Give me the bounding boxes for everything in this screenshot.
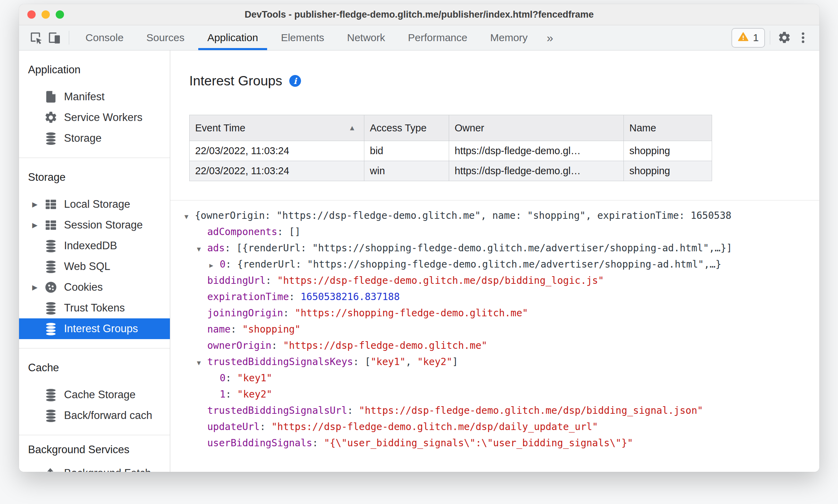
- table-row[interactable]: 22/03/2022, 11:03:24winhttps://dsp-fledg…: [190, 161, 712, 181]
- tree-expand-icon[interactable]: ▼: [197, 241, 207, 257]
- column-header-access-type[interactable]: Access Type: [364, 115, 449, 141]
- database-icon: [44, 322, 58, 336]
- tree-segment-plain: : []: [277, 226, 300, 237]
- info-icon[interactable]: i: [289, 75, 301, 87]
- warning-badge[interactable]: 1: [731, 28, 765, 48]
- sidebar-item-label: Storage: [64, 132, 102, 144]
- sort-ascending-icon: ▲: [348, 124, 356, 132]
- devtools-content: ApplicationManifestService WorkersStorag…: [19, 50, 819, 472]
- tree-row[interactable]: ▼ads: [{renderUrl: "https://shopping-fle…: [184, 240, 819, 256]
- sidebar-item-manifest[interactable]: Manifest: [19, 86, 170, 107]
- devtools-toolbar: ConsoleSourcesApplicationElementsNetwork…: [19, 25, 819, 50]
- tree-expand-icon[interactable]: ▼: [184, 208, 195, 225]
- manifest-file-icon: [44, 90, 58, 104]
- column-header-label: Access Type: [370, 122, 427, 133]
- close-button[interactable]: [27, 10, 36, 19]
- tree-row[interactable]: ownerOrigin: "https://dsp-fledge-demo.gl…: [184, 337, 819, 354]
- tree-segment-plain: :: [226, 372, 237, 384]
- table-cell: shopping: [624, 161, 712, 181]
- table-row[interactable]: 22/03/2022, 11:03:24bidhttps://dsp-fledg…: [190, 141, 712, 161]
- warning-count: 1: [753, 32, 759, 44]
- sidebar-section-background-services: Background ServicesBackground Fetch: [19, 435, 170, 472]
- tree-row[interactable]: ▶0: {renderUrl: "https://shopping-fledge…: [184, 256, 819, 272]
- tab-network[interactable]: Network: [336, 25, 397, 50]
- tab-label: Console: [85, 32, 124, 44]
- expand-arrow-icon[interactable]: ▶: [32, 283, 37, 291]
- tree-row[interactable]: joiningOrigin: "https://shopping-fledge-…: [184, 305, 819, 321]
- tree-row[interactable]: ▼trustedBiddingSignalsKeys: ["key1", "ke…: [184, 354, 819, 370]
- sidebar-item-local-storage[interactable]: ▶Local Storage: [19, 194, 170, 215]
- toolbar-separator: [69, 31, 69, 45]
- tree-segment-key: trustedBiddingSignalsUrl: [207, 405, 347, 416]
- tree-expand-icon[interactable]: ▼: [197, 355, 207, 371]
- sidebar-item-indexeddb[interactable]: IndexedDB: [19, 235, 170, 256]
- sidebar-item-label: Cache Storage: [64, 389, 136, 401]
- sidebar-item-background-fetch[interactable]: Background Fetch: [19, 463, 170, 472]
- tree-segment-str: "key2": [417, 356, 452, 367]
- more-tabs-button[interactable]: »: [539, 31, 561, 45]
- sidebar-item-session-storage[interactable]: ▶Session Storage: [19, 215, 170, 235]
- column-header-name[interactable]: Name: [624, 115, 712, 141]
- sidebar-item-storage[interactable]: Storage: [19, 128, 170, 149]
- database-icon: [44, 260, 58, 273]
- tab-label: Memory: [490, 32, 528, 44]
- tree-row[interactable]: expirationTime: 1650538216.837188: [184, 289, 819, 305]
- sidebar-item-cookies[interactable]: ▶Cookies: [19, 277, 170, 298]
- expand-arrow-icon[interactable]: ▶: [32, 221, 37, 229]
- tab-label: Elements: [281, 32, 324, 44]
- tree-segment-plain: :: [266, 275, 277, 286]
- tree-segment-key: expirationTime: [207, 291, 289, 302]
- tree-segment-plain: : [: [353, 356, 371, 367]
- sidebar-item-service-workers[interactable]: Service Workers: [19, 107, 170, 128]
- tree-row[interactable]: biddingUrl: "https://dsp-fledge-demo.gli…: [184, 272, 819, 289]
- sidebar-section-application: ApplicationManifestService WorkersStorag…: [19, 50, 170, 158]
- tree-row[interactable]: trustedBiddingSignalsUrl: "https://dsp-f…: [184, 402, 819, 419]
- tree-segment-plain: {ownerOrigin: "https://dsp-fledge-demo.g…: [195, 210, 731, 221]
- sidebar-item-cache-storage[interactable]: Cache Storage: [19, 384, 170, 405]
- device-toolbar-icon[interactable]: [45, 28, 64, 47]
- traffic-lights: [27, 10, 64, 19]
- tab-console[interactable]: Console: [74, 25, 135, 50]
- tree-row[interactable]: adComponents: []: [184, 224, 819, 240]
- inspect-icon[interactable]: [27, 28, 45, 47]
- expand-arrow-icon[interactable]: ▶: [32, 200, 37, 208]
- tab-sources[interactable]: Sources: [135, 25, 196, 50]
- tab-memory[interactable]: Memory: [479, 25, 539, 50]
- tree-row[interactable]: 0: "key1": [184, 370, 819, 386]
- sidebar-section-storage: Storage▶Local Storage▶Session StorageInd…: [19, 158, 170, 348]
- tree-segment-key: biddingUrl: [207, 275, 266, 286]
- table-cell: shopping: [624, 141, 712, 161]
- tree-row[interactable]: 1: "key2": [184, 386, 819, 402]
- zoom-button[interactable]: [56, 10, 64, 19]
- sidebar-item-interest-groups[interactable]: Interest Groups: [19, 318, 170, 339]
- sidebar-item-web-sql[interactable]: Web SQL: [19, 256, 170, 277]
- sidebar-item-label: Manifest: [64, 91, 104, 103]
- tree-segment-str: "shopping": [242, 324, 301, 335]
- application-sidebar: ApplicationManifestService WorkersStorag…: [19, 50, 170, 472]
- tree-segment-key: adComponents: [207, 226, 277, 237]
- tab-application[interactable]: Application: [196, 25, 270, 50]
- background-fetch-icon: [44, 466, 58, 472]
- sidebar-item-back-forward-cach[interactable]: Back/forward cach: [19, 405, 170, 426]
- tree-segment-key: 0: [220, 372, 226, 384]
- tree-segment-key: trustedBiddingSignalsKeys: [207, 356, 353, 367]
- column-header-owner[interactable]: Owner: [449, 115, 624, 141]
- tab-performance[interactable]: Performance: [397, 25, 479, 50]
- tree-expand-icon[interactable]: ▶: [209, 257, 220, 273]
- column-header-event-time[interactable]: Event Time▲: [190, 115, 364, 141]
- tab-elements[interactable]: Elements: [270, 25, 336, 50]
- three-dot-menu-icon[interactable]: [794, 28, 812, 47]
- tree-segment-plain: :: [347, 405, 359, 416]
- sidebar-item-trust-tokens[interactable]: Trust Tokens: [19, 298, 170, 318]
- tree-segment-str: "https://dsp-fledge-demo.glitch.me": [283, 340, 487, 351]
- cookie-icon: [44, 280, 58, 294]
- tree-row[interactable]: ▼{ownerOrigin: "https://dsp-fledge-demo.…: [184, 207, 819, 224]
- gear-icon[interactable]: [775, 28, 794, 47]
- database-icon: [44, 388, 58, 402]
- tree-segment-plain: ]: [452, 356, 458, 367]
- minimize-button[interactable]: [42, 10, 50, 19]
- sidebar-item-label: Back/forward cach: [64, 409, 152, 422]
- tree-row[interactable]: userBiddingSignals: "{\"user_bidding_sig…: [184, 435, 819, 451]
- tree-row[interactable]: name: "shopping": [184, 321, 819, 337]
- tree-row[interactable]: updateUrl: "https://dsp-fledge-demo.glit…: [184, 419, 819, 435]
